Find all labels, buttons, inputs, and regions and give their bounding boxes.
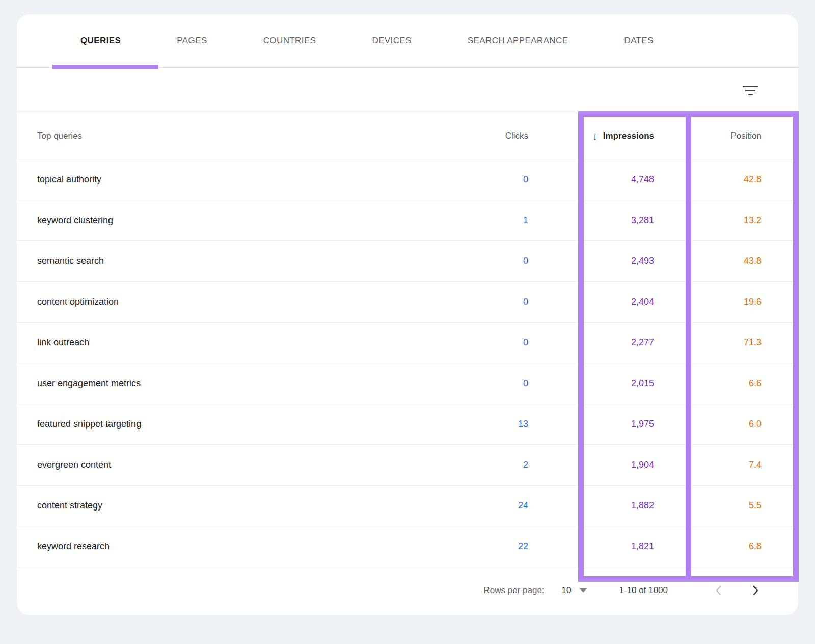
position-cell: 71.3 bbox=[654, 337, 762, 348]
table-row[interactable]: keyword research 22 1,821 6.8 bbox=[17, 526, 798, 567]
impressions-cell: 3,281 bbox=[528, 215, 654, 226]
clicks-cell: 2 bbox=[467, 460, 528, 470]
tab-search-appearance[interactable]: SEARCH APPEARANCE bbox=[440, 14, 596, 67]
position-cell: 6.8 bbox=[654, 541, 762, 552]
position-cell: 19.6 bbox=[654, 297, 762, 307]
position-cell: 13.2 bbox=[654, 215, 762, 226]
sort-desc-arrow-icon: ↓ bbox=[592, 131, 597, 141]
table-row[interactable]: topical authority 0 4,748 42.8 bbox=[17, 159, 798, 200]
query-cell: user engagement metrics bbox=[37, 378, 467, 389]
column-header-clicks[interactable]: Clicks bbox=[467, 131, 528, 141]
table-body: topical authority 0 4,748 42.8 keyword c… bbox=[17, 159, 798, 567]
clicks-cell: 24 bbox=[467, 500, 528, 511]
position-cell: 42.8 bbox=[654, 174, 762, 185]
column-header-top-queries[interactable]: Top queries bbox=[37, 131, 467, 141]
tab-bar: QUERIES PAGES COUNTRIES DEVICES SEARCH A… bbox=[17, 14, 798, 68]
tab-devices[interactable]: DEVICES bbox=[344, 14, 439, 67]
clicks-cell: 0 bbox=[467, 337, 528, 348]
impressions-cell: 1,975 bbox=[528, 419, 654, 430]
rows-per-page-value[interactable]: 10 bbox=[562, 585, 572, 596]
table-row[interactable]: evergreen content 2 1,904 7.4 bbox=[17, 444, 798, 485]
table-row[interactable]: semantic search 0 2,493 43.8 bbox=[17, 240, 798, 281]
position-cell: 7.4 bbox=[654, 460, 762, 470]
impressions-cell: 2,277 bbox=[528, 337, 654, 348]
clicks-cell: 0 bbox=[467, 174, 528, 185]
tab-countries[interactable]: COUNTRIES bbox=[235, 14, 344, 67]
clicks-cell: 13 bbox=[467, 419, 528, 430]
rows-per-page-dropdown-icon[interactable] bbox=[580, 588, 587, 593]
position-cell: 6.6 bbox=[654, 378, 762, 389]
query-cell: keyword research bbox=[37, 541, 467, 552]
query-cell: link outreach bbox=[37, 337, 467, 348]
impressions-cell: 2,015 bbox=[528, 378, 654, 389]
query-cell: topical authority bbox=[37, 174, 467, 185]
chevron-right-icon bbox=[751, 584, 759, 597]
table-header-row: Top queries Clicks ↓ Impressions Positio… bbox=[17, 113, 798, 159]
impressions-cell: 1,882 bbox=[528, 500, 654, 511]
table-row[interactable]: user engagement metrics 0 2,015 6.6 bbox=[17, 363, 798, 404]
query-cell: semantic search bbox=[37, 256, 467, 266]
impressions-cell: 2,404 bbox=[528, 297, 654, 307]
position-cell: 43.8 bbox=[654, 256, 762, 266]
clicks-cell: 0 bbox=[467, 256, 528, 266]
clicks-cell: 22 bbox=[467, 541, 528, 552]
position-cell: 5.5 bbox=[654, 500, 762, 511]
query-cell: content optimization bbox=[37, 297, 467, 307]
tab-pages[interactable]: PAGES bbox=[149, 14, 235, 67]
query-cell: evergreen content bbox=[37, 460, 467, 470]
clicks-cell: 0 bbox=[467, 378, 528, 389]
impressions-cell: 1,904 bbox=[528, 460, 654, 470]
table-row[interactable]: content optimization 0 2,404 19.6 bbox=[17, 281, 798, 322]
tab-dates[interactable]: DATES bbox=[596, 14, 681, 67]
clicks-cell: 1 bbox=[467, 215, 528, 226]
impressions-cell: 2,493 bbox=[528, 256, 654, 266]
chevron-left-icon bbox=[715, 584, 723, 597]
performance-card: QUERIES PAGES COUNTRIES DEVICES SEARCH A… bbox=[17, 14, 798, 615]
active-tab-indicator bbox=[52, 65, 158, 69]
column-header-impressions[interactable]: ↓ Impressions bbox=[528, 131, 654, 141]
filter-list-icon[interactable] bbox=[742, 84, 759, 96]
table-row[interactable]: keyword clustering 1 3,281 13.2 bbox=[17, 200, 798, 240]
pagination-range-label: 1-10 of 1000 bbox=[619, 585, 668, 596]
impressions-cell: 4,748 bbox=[528, 174, 654, 185]
table-row[interactable]: link outreach 0 2,277 71.3 bbox=[17, 322, 798, 363]
column-header-position[interactable]: Position bbox=[654, 131, 762, 141]
pagination-bar: Rows per page: 10 1-10 of 1000 bbox=[17, 567, 798, 613]
table-toolbar bbox=[17, 68, 798, 113]
table-row[interactable]: featured snippet targeting 13 1,975 6.0 bbox=[17, 404, 798, 444]
position-cell: 6.0 bbox=[654, 419, 762, 430]
query-cell: featured snippet targeting bbox=[37, 419, 467, 430]
query-cell: content strategy bbox=[37, 500, 467, 511]
rows-per-page-label: Rows per page: bbox=[484, 585, 545, 596]
previous-page-button[interactable] bbox=[715, 584, 723, 597]
next-page-button[interactable] bbox=[751, 584, 759, 597]
column-header-impressions-label: Impressions bbox=[603, 131, 654, 141]
clicks-cell: 0 bbox=[467, 297, 528, 307]
table-row[interactable]: content strategy 24 1,882 5.5 bbox=[17, 485, 798, 526]
impressions-cell: 1,821 bbox=[528, 541, 654, 552]
tab-queries[interactable]: QUERIES bbox=[52, 14, 149, 67]
query-cell: keyword clustering bbox=[37, 215, 467, 226]
